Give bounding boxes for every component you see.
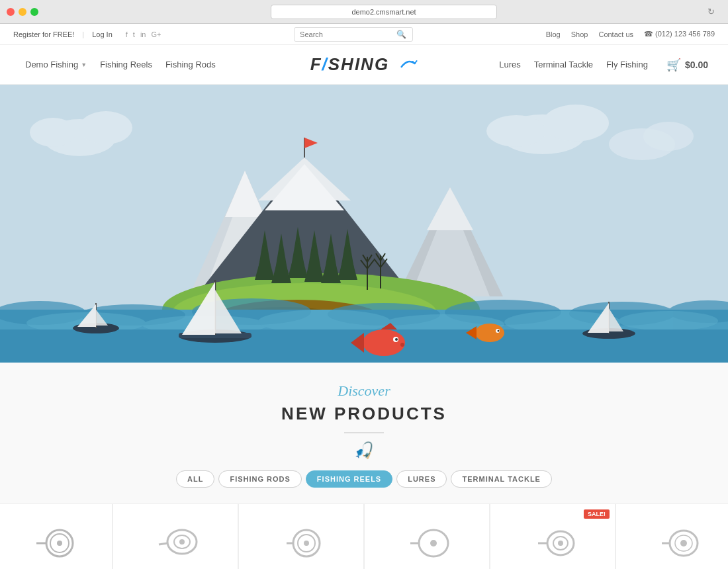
search-icon[interactable]: 🔍: [396, 30, 406, 39]
terminal-tackle-link[interactable]: Terminal Tackle: [529, 57, 598, 72]
svg-point-78: [400, 343, 404, 347]
cart-icon: 🛒: [666, 58, 681, 72]
svg-point-91: [179, 539, 185, 545]
product-card-4[interactable]: [364, 503, 490, 569]
search-bar[interactable]: 🔍: [294, 27, 413, 42]
fishing-rods-link[interactable]: Fishing Rods: [160, 57, 221, 72]
utility-center: 🔍: [161, 27, 545, 42]
fishing-reels-link[interactable]: Fishing Reels: [95, 57, 158, 72]
traffic-lights: [7, 8, 38, 16]
svg-point-6: [486, 115, 546, 147]
filter-fishing-rods-button[interactable]: FISHING RODS: [218, 470, 301, 488]
svg-point-3: [30, 118, 76, 147]
googleplus-icon[interactable]: G+: [151, 30, 161, 38]
svg-point-87: [57, 541, 62, 546]
svg-point-95: [304, 541, 309, 546]
svg-line-89: [159, 543, 167, 545]
nav-links-left: Demo Fishing ▼ Fishing Reels Fishing Rod…: [20, 57, 221, 72]
lures-link[interactable]: Lures: [494, 57, 526, 72]
reload-icon[interactable]: ↻: [707, 7, 715, 17]
main-nav: Demo Fishing ▼ Fishing Reels Fishing Rod…: [0, 45, 728, 85]
svg-point-98: [430, 540, 437, 547]
svg-point-102: [558, 541, 563, 546]
filter-all-button[interactable]: ALL: [176, 470, 214, 488]
utility-right: Blog Shop Contact us ☎ (012) 123 456 789: [546, 30, 715, 38]
product-row: SALE!: [0, 503, 728, 569]
svg-point-80: [475, 324, 504, 342]
cart-button[interactable]: 🛒 $0.00: [666, 58, 708, 72]
browser-chrome: demo2.cmsmart.net ↻: [0, 0, 728, 24]
product-card-5[interactable]: SALE!: [490, 503, 615, 569]
svg-point-5: [543, 105, 609, 142]
logo-container[interactable]: F/SHING: [310, 54, 418, 75]
sale-badge: SALE!: [584, 509, 610, 519]
svg-point-2: [79, 111, 132, 144]
svg-point-83: [498, 330, 500, 332]
title-divider: [344, 432, 384, 433]
contact-link[interactable]: Contact us: [598, 30, 633, 38]
site-logo: F/SHING: [310, 54, 418, 75]
svg-point-74: [363, 329, 405, 356]
twitter-icon[interactable]: t: [133, 30, 135, 38]
utility-left: Register for FREE! | Log In f t in G+: [13, 30, 161, 38]
address-bar[interactable]: demo2.cmsmart.net: [271, 5, 496, 19]
svg-point-59: [619, 311, 718, 331]
product-card-3[interactable]: [238, 503, 364, 569]
maximize-button[interactable]: [30, 8, 38, 16]
filter-terminal-tackle-button[interactable]: TERMINAL TACKLE: [451, 470, 551, 488]
discover-label: Discover: [0, 382, 728, 400]
facebook-icon[interactable]: f: [126, 30, 128, 38]
utility-bar: Register for FREE! | Log In f t in G+ 🔍 …: [0, 24, 728, 45]
login-link[interactable]: Log In: [92, 30, 113, 38]
product-card-2[interactable]: [113, 503, 238, 569]
minimize-button[interactable]: [19, 8, 26, 16]
search-input[interactable]: [300, 30, 392, 38]
register-link[interactable]: Register for FREE!: [13, 30, 74, 38]
svg-point-77: [395, 338, 398, 341]
filter-fishing-reels-button[interactable]: FISHING REELS: [306, 470, 392, 488]
social-icons: f t in G+: [126, 30, 161, 38]
new-products-title: NEW PRODUCTS: [0, 404, 728, 424]
hero-illustration: [0, 85, 728, 363]
cart-price: $0.00: [685, 60, 708, 70]
filter-lures-button[interactable]: LURES: [396, 470, 447, 488]
close-button[interactable]: [7, 8, 15, 16]
fish-decoration-icon: 🎣: [0, 441, 728, 460]
products-section: Discover NEW PRODUCTS 🎣 ALL FISHING RODS…: [0, 363, 728, 569]
shop-link[interactable]: Shop: [571, 30, 588, 38]
fly-fishing-link[interactable]: Fly Fishing: [601, 57, 653, 72]
dropdown-arrow-icon: ▼: [81, 62, 87, 68]
linkedin-icon[interactable]: in: [140, 30, 146, 38]
filter-buttons: ALL FISHING RODS FISHING REELS LURES TER…: [0, 470, 728, 488]
svg-point-105: [680, 540, 687, 547]
nav-links-right: Lures Terminal Tackle Fly Fishing: [494, 57, 653, 72]
blog-link[interactable]: Blog: [546, 30, 561, 38]
url-text: demo2.cmsmart.net: [351, 8, 416, 16]
product-card-1[interactable]: [0, 503, 113, 569]
phone-text: ☎ (012) 123 456 789: [644, 30, 715, 38]
product-card-6[interactable]: [615, 503, 728, 569]
demo-fishing-label: Demo Fishing: [25, 60, 78, 69]
demo-fishing-dropdown[interactable]: Demo Fishing ▼: [20, 57, 92, 72]
svg-point-8: [643, 122, 694, 151]
